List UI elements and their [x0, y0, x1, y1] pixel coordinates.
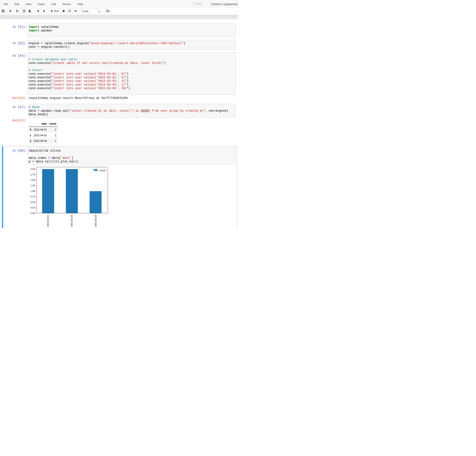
svg-text:Run: Run — [54, 9, 59, 13]
